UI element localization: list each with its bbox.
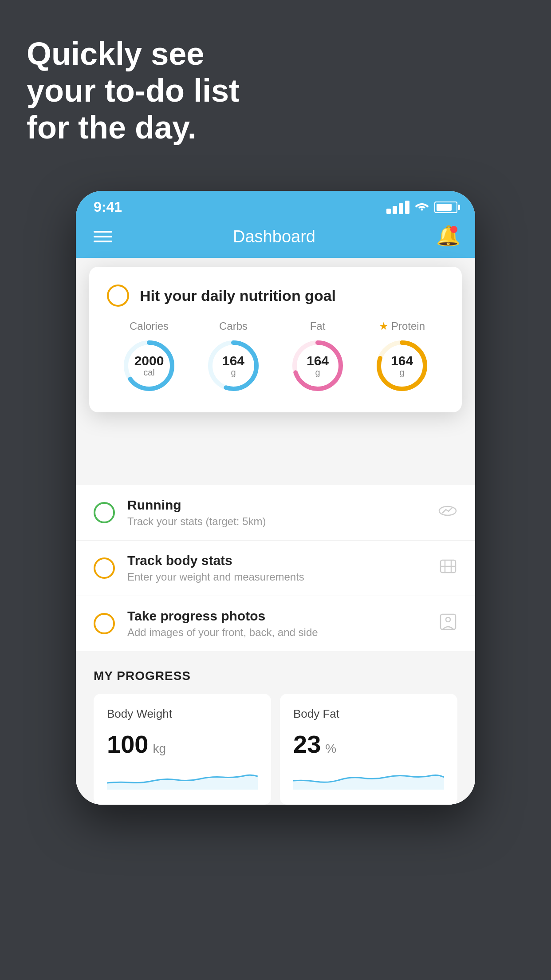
calories-label: Calories [130, 320, 169, 332]
progress-card-weight: Body Weight 100 kg [94, 694, 271, 805]
status-bar: 9:41 [76, 191, 475, 219]
weight-value-row: 100 kg [107, 730, 258, 759]
body-stats-title: Track body stats [127, 553, 439, 568]
nutrition-card: Hit your daily nutrition goal Calories 2… [89, 267, 462, 412]
running-checkbox[interactable] [94, 502, 115, 523]
status-time: 9:41 [94, 199, 122, 215]
star-icon: ★ [379, 320, 389, 332]
body-stats-checkbox[interactable] [94, 557, 115, 579]
app-body: THINGS TO DO TODAY Hit your daily nutrit… [76, 258, 475, 805]
app-header: Dashboard 🔔 [76, 219, 475, 258]
nutrition-fat: Fat 164 g [289, 320, 346, 395]
weight-value: 100 [107, 730, 148, 759]
todo-item-running[interactable]: Running Track your stats (target: 5km) [76, 485, 475, 541]
running-title: Running [127, 498, 438, 513]
carbs-chart: 164 g [205, 337, 262, 395]
weight-card-title: Body Weight [107, 707, 258, 721]
svg-point-0 [421, 208, 423, 210]
wifi-icon [415, 200, 429, 214]
running-content: Running Track your stats (target: 5km) [127, 498, 438, 528]
photos-title: Take progress photos [127, 609, 439, 624]
notification-button[interactable]: 🔔 [436, 226, 457, 247]
phone-mockup: 9:41 Dashboard 🔔 [76, 191, 475, 805]
main-task-label: Hit your daily nutrition goal [140, 287, 336, 304]
calories-value: 2000 [134, 354, 164, 368]
fat-label: Fat [310, 320, 326, 332]
hero-text: Quickly see your to-do list for the day. [27, 36, 240, 146]
battery-icon [434, 202, 457, 213]
protein-unit: g [391, 368, 413, 378]
weight-sparkline [107, 767, 258, 790]
signal-icon [386, 201, 409, 214]
protein-label: ★ Protein [379, 320, 425, 332]
photos-subtitle: Add images of your front, back, and side [127, 626, 439, 639]
calories-unit: cal [134, 368, 164, 378]
progress-card-fat: Body Fat 23 % [280, 694, 457, 805]
hero-line1: Quickly see [27, 36, 240, 72]
progress-title: MY PROGRESS [94, 669, 457, 683]
todo-item-photos[interactable]: Take progress photos Add images of your … [76, 596, 475, 651]
body-stats-subtitle: Enter your weight and measurements [127, 571, 439, 583]
fat-chart: 164 g [289, 337, 346, 395]
nutrition-carbs: Carbs 164 g [205, 320, 262, 395]
hero-line3: for the day. [27, 109, 240, 146]
protein-chart: 164 g [373, 337, 431, 395]
photos-icon [439, 612, 457, 635]
header-title: Dashboard [233, 227, 315, 246]
protein-value: 164 [391, 354, 413, 368]
fat-value: 164 [307, 354, 329, 368]
fat-card-title: Body Fat [293, 707, 444, 721]
hero-line2: your to-do list [27, 72, 240, 109]
fat-progress-value: 23 [293, 730, 321, 759]
carbs-value: 164 [222, 354, 244, 368]
calories-chart: 2000 cal [120, 337, 178, 395]
fat-progress-unit: % [325, 742, 336, 756]
fat-unit: g [307, 368, 329, 378]
running-icon [438, 503, 457, 522]
todo-list: Running Track your stats (target: 5km) T… [76, 485, 475, 651]
main-task-checkbox[interactable] [107, 285, 129, 307]
running-subtitle: Track your stats (target: 5km) [127, 515, 438, 528]
main-task-row: Hit your daily nutrition goal [107, 285, 444, 307]
body-stats-icon [439, 558, 457, 578]
svg-point-15 [446, 617, 450, 622]
progress-section: MY PROGRESS Body Weight 100 kg Bod [76, 651, 475, 805]
status-icons [386, 200, 457, 214]
fat-sparkline [293, 767, 444, 790]
fat-value-row: 23 % [293, 730, 444, 759]
nutrition-protein: ★ Protein 164 g [373, 320, 431, 395]
nutrition-row: Calories 2000 cal Carbs [107, 320, 444, 395]
body-stats-content: Track body stats Enter your weight and m… [127, 553, 439, 583]
carbs-label: Carbs [219, 320, 248, 332]
progress-cards: Body Weight 100 kg Body Fat 23 % [94, 694, 457, 805]
photos-checkbox[interactable] [94, 613, 115, 634]
carbs-unit: g [222, 368, 244, 378]
photos-content: Take progress photos Add images of your … [127, 609, 439, 639]
nutrition-calories: Calories 2000 cal [120, 320, 178, 395]
menu-button[interactable] [94, 231, 112, 242]
todo-item-body-stats[interactable]: Track body stats Enter your weight and m… [76, 541, 475, 596]
weight-unit: kg [153, 742, 166, 756]
notification-badge [450, 226, 457, 233]
